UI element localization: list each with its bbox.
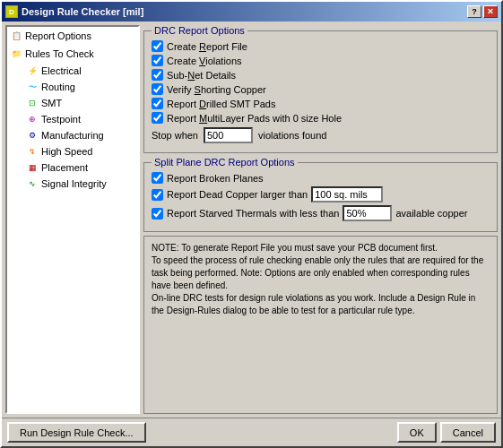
sidebar-item-report-options[interactable]: 📋 Report Options — [7, 27, 138, 45]
manufacturing-icon: ⚙ — [25, 128, 39, 142]
sidebar-item-electrical[interactable]: ⚡ Electrical — [7, 63, 138, 79]
starved-thermals-label: Report Starved Thermals with less than — [167, 208, 339, 219]
starved-thermals-input[interactable] — [343, 205, 392, 221]
dead-copper-checkbox[interactable] — [152, 189, 163, 201]
drc-group-title: DRC Report Options — [152, 25, 247, 36]
sidebar-item-label: Rules To Check — [25, 48, 94, 59]
cancel-button[interactable]: Cancel — [440, 422, 496, 443]
dead-copper-label: Report Dead Copper larger than — [167, 189, 308, 200]
sidebar-item-signal-integrity[interactable]: ∿ Signal Integrity — [7, 176, 138, 192]
title-bar-left: D Design Rule Checker [mil] — [5, 5, 143, 18]
verify-shorting-checkbox[interactable] — [152, 83, 163, 95]
main-window: D Design Rule Checker [mil] ? ✕ 📋 Report… — [0, 0, 503, 448]
high-speed-icon: ↯ — [25, 144, 39, 159]
verify-shorting-label: Verify Shorting Copper — [167, 84, 266, 95]
sidebar-item-label: High Speed — [41, 146, 93, 157]
ok-button[interactable]: OK — [397, 422, 437, 443]
routing-icon: 〜 — [25, 80, 39, 94]
signal-integrity-icon: ∿ — [25, 177, 39, 191]
right-panel: DRC Report Options Create Report File Cr… — [143, 25, 498, 414]
starved-thermals-row: Report Starved Thermals with less than a… — [152, 205, 490, 221]
drc-report-options-group: DRC Report Options Create Report File Cr… — [143, 30, 498, 153]
sidebar-item-label: Placement — [41, 162, 88, 173]
report-drilled-row: Report Drilled SMT Pads — [152, 98, 490, 109]
sidebar-item-high-speed[interactable]: ↯ High Speed — [7, 143, 138, 159]
note-box: NOTE: To generate Report File you must s… — [143, 236, 498, 414]
create-violations-checkbox[interactable] — [152, 55, 163, 66]
report-drilled-label: Report Drilled SMT Pads — [167, 99, 275, 109]
sidebar-item-placement[interactable]: ▦ Placement — [7, 159, 138, 176]
sidebar-item-routing[interactable]: 〜 Routing — [7, 79, 138, 95]
report-options-icon: 📋 — [9, 29, 23, 43]
stop-when-label: Stop when — [152, 130, 198, 141]
broken-planes-row: Report Broken Planes — [152, 172, 490, 184]
sidebar-item-label: Testpoint — [41, 114, 81, 125]
sidebar-item-label: Electrical — [41, 65, 82, 76]
report-multilayer-row: Report MultiLayer Pads with 0 size Hole — [152, 112, 490, 124]
window-title: Design Rule Checker [mil] — [22, 6, 143, 17]
subnet-details-row: Sub-Net Details — [152, 69, 490, 81]
sidebar-item-label: Manufacturing — [41, 130, 104, 141]
sidebar-item-label: SMT — [41, 98, 62, 108]
report-multilayer-checkbox[interactable] — [152, 112, 163, 124]
split-plane-group: Split Plane DRC Report Options Report Br… — [143, 162, 498, 232]
run-drc-button[interactable]: Run Design Rule Check... — [7, 422, 146, 443]
dead-copper-input[interactable] — [311, 186, 383, 202]
sidebar-item-testpoint[interactable]: ⊕ Testpoint — [7, 111, 138, 127]
sidebar-item-manufacturing[interactable]: ⚙ Manufacturing — [7, 127, 138, 143]
bottom-bar: Run Design Rule Check... OK Cancel — [2, 418, 501, 446]
help-button[interactable]: ? — [467, 5, 481, 18]
broken-planes-checkbox[interactable] — [152, 172, 163, 184]
placement-icon: ▦ — [25, 160, 39, 175]
subnet-details-label: Sub-Net Details — [167, 70, 236, 81]
sidebar-item-rules-to-check[interactable]: 📁 Rules To Check — [7, 45, 138, 63]
create-violations-label: Create Violations — [167, 56, 242, 66]
sidebar-item-label: Routing — [41, 82, 75, 92]
stop-when-row: Stop when violations found — [152, 127, 490, 143]
subnet-details-checkbox[interactable] — [152, 69, 163, 81]
violations-found-label: violations found — [258, 130, 326, 141]
create-report-label: Create Report File — [167, 41, 247, 52]
sidebar-item-label: Report Options — [25, 30, 91, 41]
title-bar: D Design Rule Checker [mil] ? ✕ — [2, 2, 501, 22]
report-drilled-checkbox[interactable] — [152, 98, 163, 109]
note-text: NOTE: To generate Report File you must s… — [152, 243, 486, 315]
app-icon: D — [5, 5, 18, 18]
create-report-checkbox[interactable] — [152, 40, 163, 52]
create-violations-row: Create Violations — [152, 55, 490, 66]
close-button[interactable]: ✕ — [483, 5, 498, 18]
electrical-icon: ⚡ — [25, 64, 39, 78]
rules-to-check-icon: 📁 — [9, 47, 23, 61]
starved-thermals-checkbox[interactable] — [152, 208, 163, 220]
testpoint-icon: ⊕ — [25, 112, 39, 126]
sidebar-item-label: Signal Integrity — [41, 178, 107, 189]
stop-when-input[interactable] — [204, 127, 253, 143]
left-panel: 📋 Report Options 📁 Rules To Check ⚡ Elec… — [5, 25, 140, 414]
content-area: 📋 Report Options 📁 Rules To Check ⚡ Elec… — [2, 22, 501, 418]
available-copper-label: available copper — [395, 208, 467, 219]
broken-planes-label: Report Broken Planes — [167, 173, 264, 184]
dead-copper-row: Report Dead Copper larger than — [152, 186, 490, 202]
verify-shorting-row: Verify Shorting Copper — [152, 83, 490, 95]
split-group-title: Split Plane DRC Report Options — [152, 157, 298, 168]
ok-cancel-buttons: OK Cancel — [397, 422, 496, 443]
report-multilayer-label: Report MultiLayer Pads with 0 size Hole — [167, 113, 342, 124]
title-controls: ? ✕ — [467, 5, 498, 18]
sidebar-item-smt[interactable]: ⊡ SMT — [7, 95, 138, 111]
create-report-row: Create Report File — [152, 40, 490, 52]
smt-icon: ⊡ — [25, 96, 39, 110]
